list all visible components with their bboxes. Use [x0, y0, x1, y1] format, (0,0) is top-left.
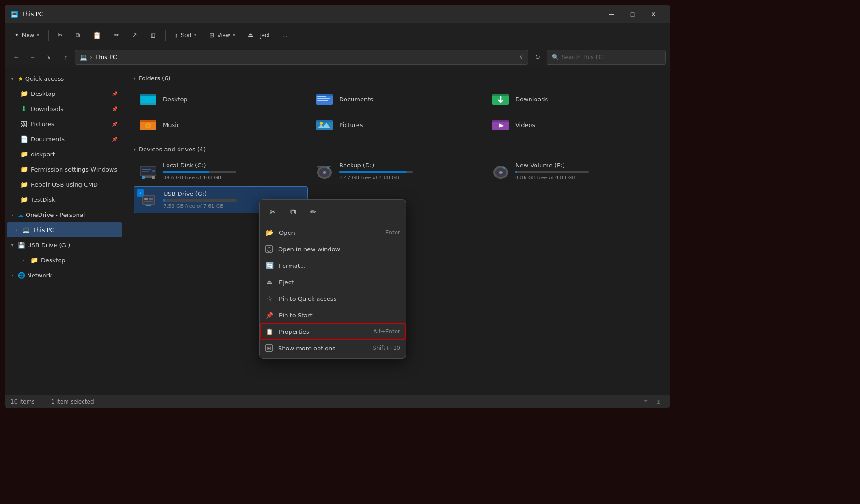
up-button[interactable]: ↑	[58, 50, 73, 65]
address-bar[interactable]: 💻 › This PC ∨	[75, 50, 528, 65]
this-pc-icon: 💻	[22, 227, 30, 233]
paste-button[interactable]: 📋	[87, 27, 107, 44]
svg-rect-7	[316, 94, 333, 96]
svg-rect-5	[317, 98, 330, 99]
context-menu: ✂ ⧉ ✏ 📂 Open Enter ⬡ Open in new window …	[259, 199, 406, 359]
cm-pin-quick-access[interactable]: ☆ Pin to Quick access	[260, 290, 406, 307]
repair-usb-folder-icon: 📁	[20, 180, 28, 188]
cm-properties[interactable]: 📋 Properties Alt+Enter	[260, 323, 406, 340]
folder-desktop[interactable]: Desktop	[134, 87, 308, 111]
cm-rename-button[interactable]: ✏	[306, 205, 320, 219]
drive-d[interactable]: Backup (D:) 4.47 GB free of 4.88 GB	[310, 158, 484, 184]
desktop-icon	[139, 90, 157, 108]
svg-rect-13	[140, 120, 156, 122]
view-button[interactable]: ⊞ View ▾	[204, 27, 240, 44]
sidebar-item-repair-usb[interactable]: 📁 Repair USB using CMD	[7, 177, 122, 192]
sidebar-item-permission[interactable]: 📁 Permission settings Windows	[7, 162, 122, 177]
sidebar-item-testdisk[interactable]: 📁 TestDisk	[7, 192, 122, 207]
svg-point-25	[152, 170, 155, 172]
eject-button[interactable]: ⏏ Eject	[242, 27, 275, 44]
folder-music[interactable]: Music	[134, 113, 308, 137]
list-view-button[interactable]: ≡	[640, 397, 651, 406]
sidebar-item-downloads[interactable]: ⬇ Downloads 📌	[7, 101, 122, 116]
folder-videos[interactable]: Videos	[486, 113, 660, 137]
cm-open-new-window[interactable]: ⬡ Open in new window	[260, 241, 406, 257]
svg-rect-2	[140, 94, 156, 96]
cut-button[interactable]: ✂	[52, 27, 68, 44]
more-button[interactable]: ...	[277, 27, 293, 44]
quick-access-label: Quick access	[25, 75, 64, 82]
sidebar-item-documents[interactable]: 📄 Documents 📌	[7, 132, 122, 146]
folder-documents[interactable]: Documents	[310, 87, 484, 111]
delete-button[interactable]: 🗑	[145, 27, 162, 44]
desktop-folder-icon: 📁	[20, 89, 28, 98]
cm-copy-button[interactable]: ⧉	[285, 205, 300, 219]
svg-rect-26	[142, 169, 151, 170]
usb-drive-header[interactable]: ▾ 💾 USB Drive (G:)	[5, 238, 124, 252]
rename-button[interactable]: ✏	[109, 27, 125, 44]
drives-section-header: ▾ Devices and drives (4)	[134, 146, 660, 153]
cm-format-label: Format...	[279, 262, 395, 269]
cm-format[interactable]: 🔄 Format...	[260, 257, 406, 274]
svg-point-12	[147, 125, 149, 127]
delete-icon: 🗑	[150, 32, 156, 39]
drive-d-bar-bg	[339, 171, 413, 173]
sidebar-item-diskpart[interactable]: 📁 diskpart	[7, 147, 122, 161]
address-text: This PC	[95, 54, 117, 61]
new-button[interactable]: ✦ New ▾	[9, 27, 45, 44]
back-button[interactable]: ←	[9, 50, 23, 65]
minimize-button[interactable]: ─	[601, 7, 622, 22]
sidebar-item-pictures[interactable]: 🖼 Pictures 📌	[7, 116, 122, 131]
drive-c-name: Local Disk (C:)	[163, 162, 302, 169]
svg-rect-27	[142, 171, 149, 172]
view-chevron-icon: ▾	[233, 33, 235, 38]
folder-pictures[interactable]: Pictures	[310, 113, 484, 137]
cm-eject[interactable]: ⏏ Eject	[260, 274, 406, 290]
forward-button[interactable]: →	[25, 50, 40, 65]
grid-view-button[interactable]: ⊞	[653, 397, 664, 406]
copy-button[interactable]: ⧉	[70, 27, 85, 44]
network-header[interactable]: › 🌐 Network	[5, 268, 124, 282]
close-button[interactable]: ✕	[643, 7, 664, 22]
drive-e[interactable]: New Volume (E:) 4.86 GB free of 4.88 GB	[486, 158, 660, 184]
cm-pin-start[interactable]: 📌 Pin to Start	[260, 307, 406, 323]
sidebar-item-desktop[interactable]: 📁 Desktop 📌	[7, 86, 122, 101]
drive-c[interactable]: Local Disk (C:) 39.6 GB free of 108 GB	[134, 158, 308, 184]
cm-show-more-options[interactable]: ⊞ Show more options Shift+F10	[260, 340, 406, 356]
cut-icon: ✂	[58, 32, 63, 39]
drive-d-info: Backup (D:) 4.47 GB free of 4.88 GB	[339, 162, 479, 181]
onedrive-header[interactable]: › ☁ OneDrive - Personal	[5, 207, 124, 222]
sidebar-pictures-label: Pictures	[31, 121, 108, 127]
drive-c-bar-bg	[163, 171, 236, 173]
usb-drive-icon: 💾	[18, 242, 25, 249]
cm-show-more-shortcut: Shift+F10	[373, 345, 400, 351]
cm-properties-icon: 📋	[265, 327, 274, 336]
cm-properties-shortcut: Alt+Enter	[373, 328, 400, 335]
dropdown-button[interactable]: ∨	[42, 50, 56, 65]
toolbar: ✦ New ▾ ✂ ⧉ 📋 ✏ ↗ 🗑 ↕ Sort ▾ ⊞	[5, 23, 670, 47]
sidebar-item-this-pc[interactable]: › 💻 This PC	[7, 222, 122, 237]
sidebar-item-usb-desktop[interactable]: › 📁 Desktop	[7, 253, 122, 267]
cm-pin-quick-access-icon: ☆	[265, 294, 274, 303]
maximize-button[interactable]: □	[622, 7, 643, 22]
svg-rect-1	[141, 95, 156, 103]
cm-open[interactable]: 📂 Open Enter	[260, 224, 406, 241]
music-icon	[139, 116, 157, 134]
folder-downloads[interactable]: Downloads	[486, 87, 660, 111]
item-count: 10 items	[11, 399, 34, 405]
sidebar-desktop-label: Desktop	[31, 90, 108, 97]
cm-cut-button[interactable]: ✂	[265, 205, 280, 219]
downloads-icon	[491, 90, 510, 108]
folders-section-label: Folders (6)	[139, 75, 171, 82]
usb-expand-icon: ▾	[9, 241, 16, 249]
diskpart-folder-icon: 📁	[20, 150, 28, 158]
documents-folder-label: Documents	[339, 96, 373, 103]
pictures-pin-icon: 📌	[111, 120, 118, 127]
quick-access-header[interactable]: ▾ ★ Quick access	[5, 71, 124, 86]
sidebar: ▾ ★ Quick access 📁 Desktop 📌 ⬇ Downloads…	[5, 67, 124, 395]
selected-count: 1 item selected	[51, 399, 94, 405]
refresh-button[interactable]: ↻	[530, 50, 545, 65]
sort-button[interactable]: ↕ Sort ▾	[169, 27, 202, 44]
share-button[interactable]: ↗	[127, 27, 143, 44]
search-bar[interactable]: 🔍 Search This PC	[547, 50, 666, 65]
